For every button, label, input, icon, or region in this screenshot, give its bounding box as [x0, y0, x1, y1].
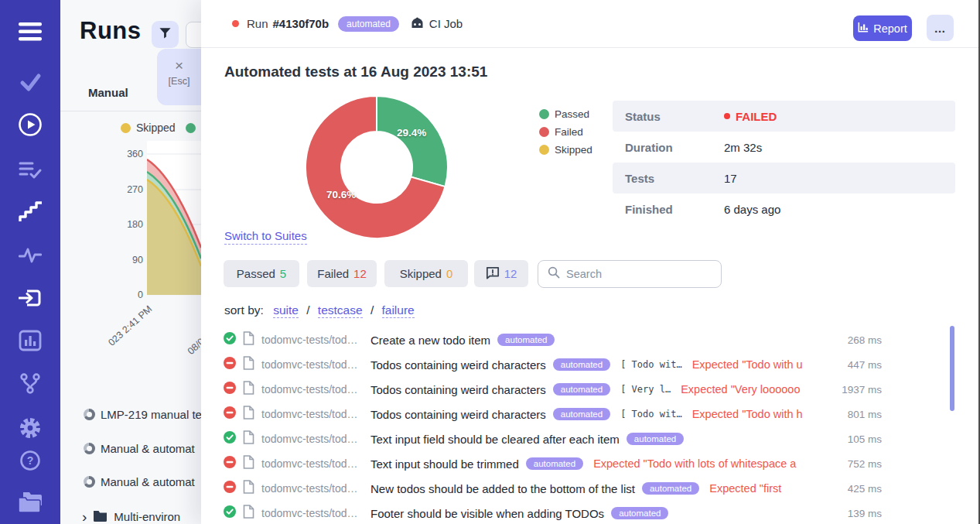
run-list-item[interactable]: Manual & automat: [84, 442, 195, 455]
sidebar-item-activity[interactable]: [0, 245, 60, 269]
test-row[interactable]: todomvc-tests/tod… New todos should be a…: [224, 476, 882, 501]
automated-badge: automated: [497, 334, 555, 346]
run-item-label: LMP-219 manual te: [101, 408, 201, 421]
info-label: Tests: [613, 172, 724, 185]
test-duration: 105 ms: [826, 433, 882, 445]
sidebar-item-projects[interactable]: [0, 490, 60, 518]
failed-status-icon: [224, 357, 236, 372]
legend-label: Skipped: [555, 144, 592, 156]
skipped-dot-icon: [121, 123, 131, 133]
filter-passed-chip[interactable]: Passed 5: [224, 260, 299, 287]
tab-manual[interactable]: Manual: [88, 86, 128, 99]
passed-status-icon: [224, 332, 236, 348]
filter-comments-chip[interactable]: 12: [474, 260, 528, 287]
ci-job-link[interactable]: CI Job: [429, 17, 463, 30]
sidebar-item-settings[interactable]: [0, 416, 60, 443]
chip-label: Failed: [317, 267, 349, 280]
sidebar-item-import[interactable]: [0, 287, 60, 312]
legend-label: Failed: [555, 126, 583, 138]
test-name[interactable]: Todos containing weird characters: [370, 408, 546, 421]
test-name[interactable]: Todos containing weird characters: [370, 358, 546, 372]
sidebar-item-plans[interactable]: [0, 159, 60, 183]
run-donut-icon: [84, 409, 95, 420]
automated-badge: automated: [627, 433, 684, 445]
test-name[interactable]: Footer should be visible when adding TOD…: [370, 507, 604, 520]
test-row[interactable]: todomvc-tests/tod… Todos containing weir…: [224, 402, 882, 426]
search-box[interactable]: [538, 260, 722, 288]
run-title: Automated tests at 16 Aug 2023 13:51: [224, 63, 487, 80]
test-name[interactable]: Todos containing weird characters: [370, 383, 546, 396]
search-input[interactable]: [566, 268, 712, 280]
failed-status-icon: [224, 406, 236, 422]
chip-count: 12: [353, 267, 367, 280]
test-list: todomvc-tests/tod… Create a new todo ite…: [224, 327, 882, 524]
automated-badge: automated: [642, 482, 699, 495]
run-donut-icon: [84, 476, 95, 488]
y-tick: 180: [120, 219, 143, 230]
test-row[interactable]: todomvc-tests/tod… Footer should be visi…: [224, 501, 882, 524]
filter-skipped-chip[interactable]: Skipped 0: [384, 260, 468, 287]
test-name[interactable]: New todos should be added to the bottom …: [370, 482, 635, 495]
passed-percent-label: 29.4%: [397, 127, 426, 139]
test-name[interactable]: Text input field should be cleared after…: [370, 433, 620, 446]
test-row[interactable]: todomvc-tests/tod… Create a new todo ite…: [224, 327, 882, 352]
skipped-dot-icon: [539, 145, 549, 155]
runs-search-input[interactable]: [186, 22, 201, 48]
test-error[interactable]: Expected "Very loooooo: [681, 383, 819, 396]
test-row[interactable]: todomvc-tests/tod… Text input field shou…: [224, 426, 882, 451]
page-title: Runs: [80, 17, 142, 45]
sort-by-failure[interactable]: failure: [382, 303, 415, 318]
panel-close-popover[interactable]: × [Esc]: [157, 49, 201, 105]
test-row[interactable]: todomvc-tests/tod… Todos containing weir…: [224, 352, 882, 377]
file-icon: [243, 430, 254, 447]
run-list-item[interactable]: Manual & automat: [84, 475, 195, 488]
x-tick: 023 2:41 PM: [90, 303, 155, 363]
tabs-divider: [60, 111, 201, 111]
report-button[interactable]: Report: [853, 15, 912, 41]
y-tick: 360: [120, 149, 143, 159]
duration-value: 2m 32s: [724, 141, 762, 154]
close-icon[interactable]: ×: [157, 58, 201, 73]
filter-failed-chip[interactable]: Failed 12: [307, 260, 377, 287]
run-list-item[interactable]: LMP-219 manual te: [84, 408, 201, 421]
test-error[interactable]: Expected "Todo with h: [692, 408, 819, 420]
x-tick: 08/04/20: [168, 324, 201, 373]
test-name[interactable]: Create a new todo item: [370, 334, 490, 347]
sidebar-item-runs[interactable]: [0, 112, 60, 140]
run-group-item[interactable]: › Multi-environ: [82, 509, 180, 524]
passed-dot-icon: [539, 109, 549, 119]
menu-button[interactable]: [0, 22, 60, 45]
sidebar-item-tests[interactable]: [0, 73, 60, 96]
chevron-right-icon[interactable]: ›: [82, 511, 87, 523]
sidebar-item-milestones[interactable]: [0, 201, 60, 226]
test-row[interactable]: todomvc-tests/tod… Text input should be …: [224, 451, 882, 476]
test-name[interactable]: Text input should be trimmed: [370, 457, 519, 471]
sidebar-item-branches[interactable]: [0, 372, 60, 397]
legend-label: Passed: [555, 108, 589, 120]
tests-value: 17: [724, 172, 737, 185]
test-error[interactable]: Expected "first: [709, 482, 819, 495]
failed-status-icon: [224, 481, 236, 496]
sort-by-suite[interactable]: suite: [273, 303, 299, 318]
sidebar-item-help[interactable]: ?: [0, 449, 60, 475]
test-path: todomvc-tests/tod…: [261, 358, 364, 371]
filter-button[interactable]: [152, 21, 179, 48]
test-tag: [ Todo wit…: [620, 359, 681, 370]
sort-by-testcase[interactable]: testcase: [318, 303, 363, 318]
scrollbar-thumb[interactable]: [950, 326, 954, 411]
status-value: FAILED: [736, 110, 777, 123]
passed-status-icon: [224, 431, 236, 447]
switch-to-suites-link[interactable]: Switch to Suites: [224, 229, 307, 245]
runs-page: Runs × [Esc] Manual Skipped Pas 360 270 …: [60, 0, 201, 524]
run-id: #4130f70b: [273, 17, 330, 30]
test-error[interactable]: Expected "Todo with lots of whitespace a: [593, 457, 819, 470]
more-options-button[interactable]: …: [927, 15, 954, 41]
test-row[interactable]: todomvc-tests/tod… Todos containing weir…: [224, 377, 882, 402]
results-donut-chart: 29.4% 70.6%: [306, 96, 448, 238]
sidebar-item-analytics[interactable]: [0, 330, 60, 354]
test-duration: 425 ms: [826, 483, 882, 495]
test-error[interactable]: Expected "Todo with u: [692, 358, 819, 371]
failed-percent-label: 70.6%: [326, 189, 356, 200]
file-icon: [243, 381, 254, 398]
test-path: todomvc-tests/tod…: [261, 507, 364, 519]
